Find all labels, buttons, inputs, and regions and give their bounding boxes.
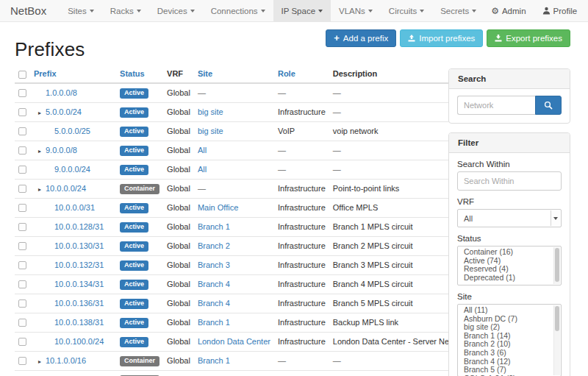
row-checkbox[interactable] [18,357,26,365]
row-checkbox[interactable] [18,108,26,116]
prefix-row: 10.0.0.130/31ActiveGlobalBranch 2Infrast… [15,236,472,255]
site-option[interactable]: All (11) [458,306,561,315]
row-checkbox[interactable] [18,223,26,231]
search-within-input[interactable] [457,171,562,191]
site-multiselect[interactable]: All (11)Ashburn DC (7)big site (2)Branch… [457,304,562,376]
status-multiselect[interactable]: Container (16)Active (74)Reserved (4)Dep… [457,246,562,285]
scrollbar[interactable] [553,305,560,375]
column-header-site[interactable]: Site [194,65,274,83]
prefix-link[interactable]: 9.0.0.0/24 [54,165,90,174]
prefix-row: ▸9.0.0.0/8ActiveGlobalAll—— [15,141,472,160]
site-option[interactable]: Branch 3 (6) [458,349,561,358]
row-checkbox[interactable] [18,280,26,288]
site-link[interactable]: Branch 1 [198,356,230,365]
prefix-link[interactable]: 10.0.0.0/31 [54,203,95,212]
nav-item-sites[interactable]: Sites [60,0,102,21]
description-value: Branch 3 MPLS circuit [333,260,413,269]
row-checkbox[interactable] [18,146,26,155]
export-prefixes-label: Export prefixes [506,34,562,43]
site-link[interactable]: Branch 1 [198,318,230,327]
row-checkbox[interactable] [18,242,26,250]
site-link[interactable]: big site [198,127,223,135]
vrf-value: Global [167,241,190,250]
admin-menu-item[interactable]: ⚙Admin [484,7,532,15]
select-all-checkbox[interactable] [18,71,26,79]
role-value: Infrastructure [278,260,326,269]
prefix-link[interactable]: 10.0.0.138/31 [54,318,104,327]
nav-item-circuits[interactable]: Circuits [381,0,432,21]
site-option[interactable]: Branch 5 (7) [458,366,561,375]
row-checkbox[interactable] [18,127,26,135]
prefix-link[interactable]: 10.0.100.0/24 [54,337,104,346]
row-checkbox[interactable] [18,319,26,327]
add-prefix-label: Add a prefix [343,34,388,43]
chevron-down-icon [90,10,94,13]
site-link[interactable]: All [198,165,207,174]
column-header-status[interactable]: Status [116,65,163,83]
export-prefixes-button[interactable]: Export prefixes [487,29,570,47]
prefix-row: ▸10.0.0.0/24ContainerGlobal—Infrastructu… [15,179,472,198]
chevron-down-icon [551,210,560,226]
vrf-select[interactable]: All [457,209,562,227]
row-checkbox[interactable] [18,338,26,346]
main-menu: SitesRacksDevicesConnectionsIP SpaceVLAN… [60,0,484,21]
prefix-row: 10.0.0.128/31ActiveGlobalBranch 1Infrast… [15,217,472,236]
status-option[interactable]: Deprecated (1) [458,274,561,283]
role-value: Infrastructure [278,222,326,231]
plus-icon: + [334,35,340,42]
prefix-link[interactable]: 10.0.0.0/24 [46,184,86,193]
prefix-link[interactable]: 5.0.0.0/25 [54,127,90,135]
search-button[interactable] [535,96,562,115]
profile-menu-item[interactable]: Profile [536,7,584,15]
prefix-row: 10.0.0.138/31ActiveGlobalBranch 1Infrast… [15,313,472,332]
scrollbar[interactable] [553,247,560,284]
add-prefix-button[interactable]: + Add a prefix [326,29,396,47]
nav-item-connections[interactable]: Connections [203,0,273,21]
prefix-link[interactable]: 10.0.0.130/31 [54,241,104,250]
role-value: VoIP [278,127,295,135]
prefix-link[interactable]: 10.0.0.132/31 [54,260,104,269]
row-checkbox[interactable] [18,89,26,97]
site-link[interactable]: London Data Center [198,337,270,346]
prefix-link[interactable]: 1.0.0.0/8 [46,88,77,97]
status-badge: Active [120,88,148,99]
column-header-prefix[interactable]: Prefix [30,65,116,83]
site-link[interactable]: Branch 1 [198,222,230,231]
site-link[interactable]: big site [198,107,223,116]
row-checkbox[interactable] [18,185,26,193]
site-link[interactable]: Branch 4 [198,280,230,288]
filter-panel-title: Filter [449,133,570,153]
nav-item-racks[interactable]: Racks [102,0,149,21]
search-panel-title: Search [449,69,570,89]
import-prefixes-button[interactable]: Import prefixes [400,29,483,47]
site-link[interactable]: Branch 4 [198,299,230,308]
site-link[interactable]: Branch 2 [198,241,230,250]
prefix-link[interactable]: 10.1.0.0/16 [46,356,86,365]
brand-logo[interactable]: NetBox [10,0,46,21]
description-empty: — [333,165,341,174]
vrf-filter-label: VRF [457,197,562,206]
prefix-link[interactable]: 9.0.0.0/8 [46,146,77,155]
nav-item-devices[interactable]: Devices [149,0,203,21]
search-input[interactable] [457,96,535,115]
nav-item-vlans[interactable]: VLANs [331,0,381,21]
column-header-role[interactable]: Role [274,65,329,83]
netbox-prefixes-page: NetBox SitesRacksDevicesConnectionsIP Sp… [0,0,588,376]
row-checkbox[interactable] [18,204,26,212]
prefix-link[interactable]: 5.0.0.0/24 [46,107,82,116]
row-checkbox[interactable] [18,166,26,174]
prefix-link[interactable]: 10.0.0.128/31 [54,222,104,231]
site-link[interactable]: All [198,146,207,155]
nav-item-label: Circuits [389,7,417,15]
prefix-link[interactable]: 10.0.0.134/31 [54,280,104,288]
nav-item-secrets[interactable]: Secrets [432,0,484,21]
row-checkbox[interactable] [18,261,26,269]
prefix-link[interactable]: 10.0.0.136/31 [54,299,104,308]
row-checkbox[interactable] [18,299,26,308]
status-option[interactable]: Container (16) [458,248,561,257]
site-link[interactable]: Main Office [198,203,238,212]
nav-item-ip-space[interactable]: IP Space [273,0,331,21]
site-link[interactable]: Branch 3 [198,260,230,269]
role-value: Infrastructure [278,280,326,288]
description-empty: — [333,356,341,365]
